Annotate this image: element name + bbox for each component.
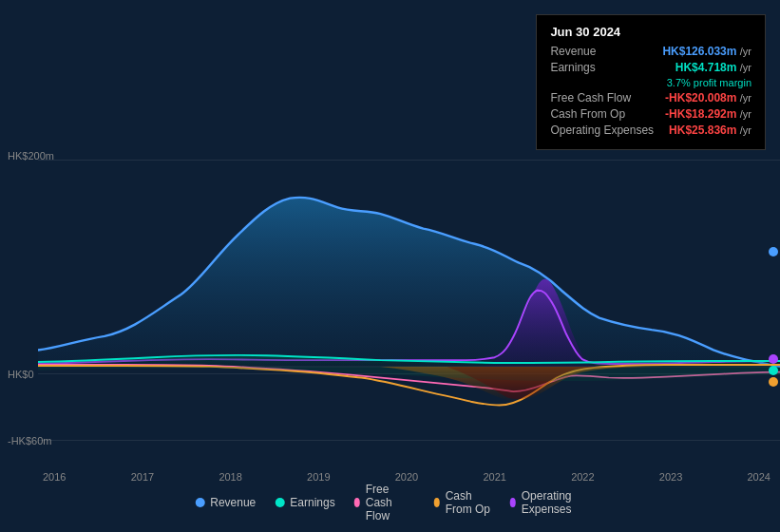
x-label-2023: 2023 <box>659 471 682 483</box>
tooltip-value-cashfromop: -HK$18.292m /yr <box>665 107 751 121</box>
chart-container: Jun 30 2024 Revenue HK$126.033m /yr Earn… <box>0 0 780 532</box>
legend-dot-cashfromop <box>434 498 440 507</box>
legend-dot-fcf <box>354 498 360 507</box>
earnings-indicator <box>769 366 778 375</box>
opex-indicator <box>769 354 778 364</box>
legend-fcf: Free Cash Flow <box>354 483 415 522</box>
legend-label-cashfromop: Cash From Op <box>446 489 491 516</box>
legend-dot-opex <box>510 498 516 507</box>
legend-label-opex: Operating Expenses <box>522 489 585 516</box>
x-axis-labels: 2016 2017 2018 2019 2020 2021 2022 2023 … <box>38 471 780 483</box>
tooltip-value-revenue: HK$126.033m /yr <box>662 45 751 58</box>
tooltip-label-cashfromop: Cash From Op <box>550 107 655 121</box>
main-chart-svg <box>38 157 780 451</box>
x-label-2017: 2017 <box>131 471 154 483</box>
x-label-2021: 2021 <box>483 471 505 483</box>
revenue-indicator <box>769 247 778 256</box>
tooltip-label-earnings: Earnings <box>550 61 655 74</box>
legend-cashfromop: Cash From Op <box>434 489 491 516</box>
legend-dot-earnings <box>275 498 284 507</box>
legend-label-fcf: Free Cash Flow <box>366 483 415 522</box>
tooltip-value-fcf: -HK$20.008m /yr <box>665 91 751 104</box>
chart-legend: Revenue Earnings Free Cash Flow Cash Fro… <box>195 483 585 522</box>
tooltip-label-revenue: Revenue <box>550 45 655 58</box>
tooltip-row-cashfromop: Cash From Op -HK$18.292m /yr <box>550 107 751 121</box>
legend-dot-revenue <box>195 498 204 507</box>
x-label-2018: 2018 <box>219 471 241 483</box>
x-label-2024: 2024 <box>748 471 770 483</box>
tooltip-row-revenue: Revenue HK$126.033m /yr <box>550 45 751 58</box>
tooltip-profit-margin: 3.7% profit margin <box>667 77 751 88</box>
tooltip-label-fcf: Free Cash Flow <box>550 91 655 104</box>
tooltip-row-fcf: Free Cash Flow -HK$20.008m /yr <box>550 91 751 104</box>
tooltip-row-earnings: Earnings HK$4.718m /yr <box>550 61 751 74</box>
legend-label-revenue: Revenue <box>210 496 256 509</box>
tooltip-label-opex: Operating Expenses <box>550 124 655 137</box>
tooltip-box: Jun 30 2024 Revenue HK$126.033m /yr Earn… <box>536 14 766 150</box>
tooltip-value-opex: HK$25.836m /yr <box>669 124 751 137</box>
legend-opex: Operating Expenses <box>510 489 585 516</box>
x-label-2020: 2020 <box>395 471 418 483</box>
y-label-0: HK$0 <box>8 369 34 380</box>
tooltip-date: Jun 30 2024 <box>550 25 751 39</box>
tooltip-row-opex: Operating Expenses HK$25.836m /yr <box>550 124 751 137</box>
tooltip-sub-row: 3.7% profit margin <box>550 77 751 88</box>
x-label-2022: 2022 <box>571 471 594 483</box>
legend-label-earnings: Earnings <box>290 496 334 509</box>
tooltip-value-earnings: HK$4.718m /yr <box>675 61 751 74</box>
x-label-2016: 2016 <box>43 471 66 483</box>
legend-earnings: Earnings <box>275 496 334 509</box>
cashfromop-indicator <box>769 377 778 387</box>
legend-revenue: Revenue <box>195 496 256 509</box>
x-label-2019: 2019 <box>307 471 330 483</box>
